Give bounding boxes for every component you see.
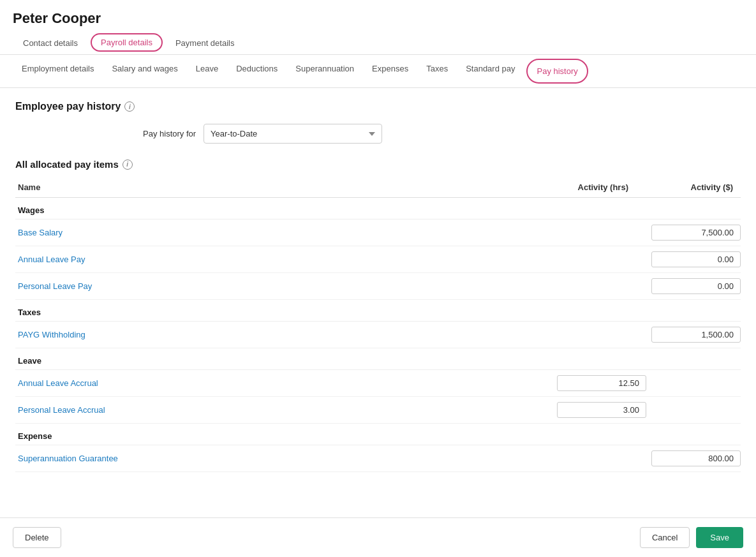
- group-wages: Wages: [15, 198, 741, 219]
- pay-items-table: Name Activity (hrs) Activity ($) Wages B…: [15, 177, 741, 472]
- row-annual-leave-accrual-hrs[interactable]: 12.50: [557, 375, 646, 391]
- table-row: Superannuation Guarantee 800.00: [15, 445, 741, 472]
- table-row: Personal Leave Pay 0.00: [15, 273, 741, 300]
- table-row: Base Salary 7,500.00: [15, 219, 741, 246]
- all-items-title: All allocated pay items i: [15, 159, 741, 170]
- info-icon-pay-history[interactable]: i: [124, 101, 135, 112]
- row-base-salary-dollar[interactable]: 7,500.00: [651, 225, 741, 241]
- group-taxes: Taxes: [15, 300, 741, 322]
- row-base-salary-name[interactable]: Base Salary: [15, 228, 557, 237]
- table-row: Annual Leave Accrual 12.50: [15, 370, 741, 397]
- col-header-activity-dollar: Activity ($): [639, 182, 741, 192]
- subtab-salary[interactable]: Salary and wages: [103, 55, 186, 87]
- cancel-button[interactable]: Cancel: [640, 527, 690, 548]
- row-personal-leave-pay-name[interactable]: Personal Leave Pay: [15, 281, 557, 291]
- subtab-employment[interactable]: Employment details: [13, 55, 103, 87]
- tab-contact[interactable]: Contact details: [13, 33, 88, 54]
- filter-row: Pay history for Year-to-Date Last Year T…: [143, 124, 741, 144]
- section-title: Employee pay history i: [15, 101, 741, 112]
- row-payg-dollar[interactable]: 1,500.00: [651, 327, 741, 343]
- table-header: Name Activity (hrs) Activity ($): [15, 177, 741, 198]
- row-personal-leave-pay-dollar[interactable]: 0.00: [651, 278, 741, 294]
- delete-button[interactable]: Delete: [13, 527, 61, 548]
- sub-tabs: Employment details Salary and wages Leav…: [0, 55, 756, 88]
- subtab-pay-history[interactable]: Pay history: [526, 59, 588, 84]
- row-payg-name[interactable]: PAYG Withholding: [15, 330, 557, 339]
- table-row: PAYG Withholding 1,500.00: [15, 322, 741, 348]
- tab-payroll[interactable]: Payroll details: [91, 33, 163, 52]
- col-header-activity-hrs: Activity (hrs): [537, 182, 639, 192]
- pay-history-filter[interactable]: Year-to-Date Last Year This Month Last M…: [204, 124, 382, 144]
- subtab-taxes[interactable]: Taxes: [417, 55, 457, 87]
- group-leave: Leave: [15, 348, 741, 370]
- footer: Delete Cancel Save: [0, 517, 756, 557]
- subtab-deductions[interactable]: Deductions: [227, 55, 286, 87]
- table-row: Annual Leave Pay 0.00: [15, 246, 741, 273]
- subtab-expenses[interactable]: Expenses: [363, 55, 417, 87]
- row-personal-leave-accrual-name[interactable]: Personal Leave Accrual: [15, 405, 557, 415]
- footer-right-buttons: Cancel Save: [640, 527, 743, 548]
- subtab-standard-pay[interactable]: Standard pay: [457, 55, 524, 87]
- info-icon-all-items[interactable]: i: [122, 160, 133, 170]
- row-annual-leave-accrual-name[interactable]: Annual Leave Accrual: [15, 378, 557, 388]
- row-annual-leave-pay-name[interactable]: Annual Leave Pay: [15, 255, 557, 264]
- row-super-guarantee-name[interactable]: Superannuation Guarantee: [15, 454, 557, 463]
- row-personal-leave-accrual-hrs[interactable]: 3.00: [557, 402, 646, 418]
- row-super-guarantee-dollar[interactable]: 800.00: [651, 450, 741, 466]
- subtab-leave[interactable]: Leave: [187, 55, 227, 87]
- group-expense: Expense: [15, 424, 741, 445]
- filter-label: Pay history for: [143, 129, 196, 138]
- save-button[interactable]: Save: [696, 527, 743, 548]
- table-row: Personal Leave Accrual 3.00: [15, 397, 741, 424]
- top-tabs: Contact details Payroll details Payment …: [13, 33, 743, 54]
- tab-payment[interactable]: Payment details: [165, 33, 245, 54]
- col-header-name: Name: [15, 182, 537, 192]
- subtab-superannuation[interactable]: Superannuation: [286, 55, 363, 87]
- row-annual-leave-pay-dollar[interactable]: 0.00: [651, 251, 741, 267]
- employee-name: Peter Cooper: [13, 10, 743, 27]
